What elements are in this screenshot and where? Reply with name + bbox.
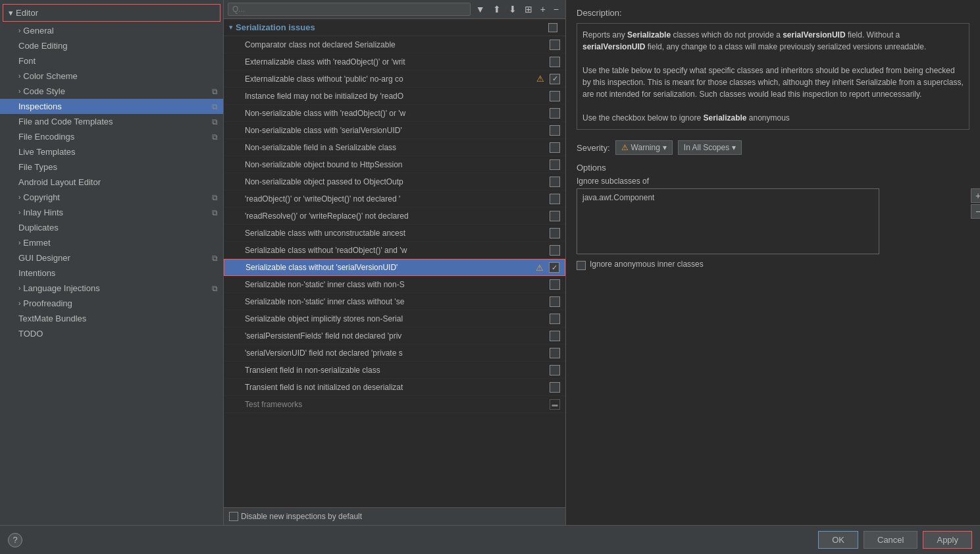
item-checkbox[interactable] bbox=[550, 348, 560, 358]
item-checkbox[interactable] bbox=[550, 74, 560, 84]
sidebar-editor-header[interactable]: ▾ Editor bbox=[3, 4, 220, 22]
sidebar-item-font[interactable]: Font bbox=[0, 53, 223, 69]
sidebar-item-emmet[interactable]: › Emmet bbox=[0, 235, 223, 250]
add-btn[interactable]: + bbox=[538, 3, 548, 16]
description-panel: Description: Reports any Serializable cl… bbox=[566, 0, 980, 525]
item-checkbox[interactable]: ▬ bbox=[550, 399, 560, 410]
sidebar-item-proofreading[interactable]: › Proofreading bbox=[0, 296, 223, 311]
item-checkbox[interactable] bbox=[550, 142, 560, 153]
severity-row: Severity: ⚠ Warning ▾ In All Scopes ▾ bbox=[577, 140, 969, 155]
item-checkbox[interactable] bbox=[550, 245, 560, 256]
inspection-item[interactable]: Externalizable class without 'public' no… bbox=[224, 70, 565, 88]
inspection-item[interactable]: Transient field in non-serializable clas… bbox=[224, 362, 565, 379]
inspection-item[interactable]: Comparator class not declared Serializab… bbox=[224, 36, 565, 53]
inspection-item[interactable]: 'serialVersionUID' field not declared 'p… bbox=[224, 345, 565, 362]
inspection-item[interactable]: 'readObject()' or 'writeObject()' not de… bbox=[224, 190, 565, 208]
item-checkbox[interactable] bbox=[550, 57, 560, 67]
cancel-button[interactable]: Cancel bbox=[864, 531, 917, 549]
warning-icon-selected: ⚠ bbox=[536, 263, 544, 273]
sidebar-item-file-code-templates[interactable]: File and Code Templates ⧉ bbox=[0, 114, 223, 129]
collapse-all-btn[interactable]: ⬇ bbox=[506, 3, 519, 16]
remove-ignore-btn[interactable]: − bbox=[971, 204, 980, 219]
inspection-item[interactable]: Non-serializable class with 'serialVersi… bbox=[224, 122, 565, 139]
sidebar-item-android-layout[interactable]: Android Layout Editor bbox=[0, 175, 223, 190]
sidebar-item-file-encodings[interactable]: File Encodings ⧉ bbox=[0, 129, 223, 144]
item-checkbox-selected[interactable] bbox=[549, 262, 559, 273]
item-checkbox[interactable] bbox=[550, 40, 560, 50]
item-checkbox[interactable] bbox=[550, 382, 560, 393]
search-input[interactable] bbox=[228, 3, 471, 16]
dialog-bottom-bar: ? OK Cancel Apply bbox=[0, 525, 980, 554]
inspection-item[interactable]: 'serialPersistentFields' field not decla… bbox=[224, 327, 565, 345]
sidebar-item-code-style[interactable]: › Code Style ⧉ bbox=[0, 84, 223, 99]
inspection-item[interactable]: Serializable non-'static' inner class wi… bbox=[224, 276, 565, 293]
item-checkbox[interactable] bbox=[550, 279, 560, 290]
inspection-item[interactable]: Non-serializable field in a Serializable… bbox=[224, 139, 565, 156]
item-checkbox[interactable] bbox=[550, 296, 560, 307]
warning-icon: ⚠ bbox=[536, 74, 544, 84]
inspections-panel: ▼ ⬆ ⬇ ⊞ + − ▾ Serialization issues bbox=[224, 0, 566, 525]
item-checkbox[interactable] bbox=[550, 365, 560, 375]
inspection-item[interactable]: Non-serializable object passed to Object… bbox=[224, 173, 565, 190]
group-name-label: Serialization issues bbox=[236, 22, 548, 32]
inspection-item[interactable]: Transient field is not initialized on de… bbox=[224, 379, 565, 396]
item-checkbox[interactable] bbox=[550, 159, 560, 170]
item-checkbox[interactable] bbox=[550, 125, 560, 136]
copy-icon-copyright: ⧉ bbox=[212, 193, 218, 202]
sidebar-item-inspections[interactable]: Inspections ⧉ bbox=[0, 99, 223, 114]
inspection-item-selected[interactable]: Serializable class without 'serialVersio… bbox=[224, 259, 565, 276]
apply-button[interactable]: Apply bbox=[923, 531, 972, 549]
sidebar-item-textmate[interactable]: TextMate Bundles bbox=[0, 311, 223, 326]
inspection-item[interactable]: Serializable class with unconstructable … bbox=[224, 225, 565, 242]
inspection-item[interactable]: Instance field may not be initialized by… bbox=[224, 88, 565, 105]
inspection-item[interactable]: Serializable object implicitly stores no… bbox=[224, 310, 565, 327]
inspection-item[interactable]: 'readResolve()' or 'writeReplace()' not … bbox=[224, 208, 565, 225]
severity-dropdown[interactable]: ⚠ Warning ▾ bbox=[615, 140, 673, 155]
item-checkbox[interactable] bbox=[550, 91, 560, 101]
filter-btn[interactable]: ▼ bbox=[473, 3, 488, 16]
editor-expand-arrow: ▾ bbox=[9, 8, 13, 18]
inspection-item[interactable]: Serializable class without 'readObject()… bbox=[224, 242, 565, 259]
serialization-group-header[interactable]: ▾ Serialization issues bbox=[224, 19, 565, 36]
item-checkbox[interactable] bbox=[550, 194, 560, 204]
inspection-item[interactable]: Non-serializable class with 'readObject(… bbox=[224, 105, 565, 122]
group-checkbox[interactable] bbox=[548, 23, 557, 32]
sidebar-item-code-editing[interactable]: Code Editing bbox=[0, 38, 223, 53]
copy-icon-gui: ⧉ bbox=[212, 254, 218, 263]
copy-icon-inlay: ⧉ bbox=[212, 208, 218, 217]
sidebar-item-general[interactable]: › General bbox=[0, 23, 223, 38]
sidebar-item-file-types[interactable]: File Types bbox=[0, 159, 223, 175]
inspection-item[interactable]: Test frameworks ▬ bbox=[224, 396, 565, 413]
item-checkbox[interactable] bbox=[550, 177, 560, 187]
remove-btn[interactable]: − bbox=[551, 3, 561, 16]
inspection-item[interactable]: Serializable non-'static' inner class wi… bbox=[224, 293, 565, 310]
anonymous-checkbox[interactable] bbox=[577, 261, 586, 270]
item-checkbox[interactable] bbox=[550, 228, 560, 238]
sidebar-item-language-injections[interactable]: › Language Injections ⧉ bbox=[0, 281, 223, 296]
warning-severity-icon: ⚠ bbox=[621, 143, 629, 152]
expand-all-btn[interactable]: ⬆ bbox=[490, 3, 503, 16]
add-ignore-btn[interactable]: + bbox=[971, 188, 980, 203]
copy-icon-fe: ⧉ bbox=[212, 132, 218, 142]
sidebar-item-copyright[interactable]: › Copyright ⧉ bbox=[0, 190, 223, 205]
sidebar-item-inlay-hints[interactable]: › Inlay Hints ⧉ bbox=[0, 205, 223, 220]
disable-checkbox[interactable] bbox=[229, 512, 238, 521]
item-checkbox[interactable] bbox=[550, 108, 560, 119]
item-checkbox[interactable] bbox=[550, 314, 560, 324]
inspection-item[interactable]: Externalizable class with 'readObject()'… bbox=[224, 53, 565, 70]
ok-button[interactable]: OK bbox=[818, 531, 858, 549]
sidebar-item-color-scheme[interactable]: › Color Scheme bbox=[0, 69, 223, 84]
inspection-item[interactable]: Non-serializable object bound to HttpSes… bbox=[224, 156, 565, 173]
severity-chevron: ▾ bbox=[663, 143, 667, 152]
scope-dropdown[interactable]: In All Scopes ▾ bbox=[678, 140, 742, 155]
sidebar-item-gui-designer[interactable]: GUI Designer ⧉ bbox=[0, 250, 223, 265]
sidebar-item-intentions[interactable]: Intentions bbox=[0, 265, 223, 281]
sidebar-item-live-templates[interactable]: Live Templates bbox=[0, 144, 223, 159]
item-checkbox[interactable] bbox=[550, 331, 560, 341]
group-expand-arrow: ▾ bbox=[229, 23, 233, 32]
item-checkbox[interactable] bbox=[550, 211, 560, 221]
group-by-btn[interactable]: ⊞ bbox=[522, 3, 535, 16]
help-button[interactable]: ? bbox=[8, 533, 22, 547]
sidebar-item-duplicates[interactable]: Duplicates bbox=[0, 220, 223, 235]
sidebar-item-todo[interactable]: TODO bbox=[0, 326, 223, 341]
